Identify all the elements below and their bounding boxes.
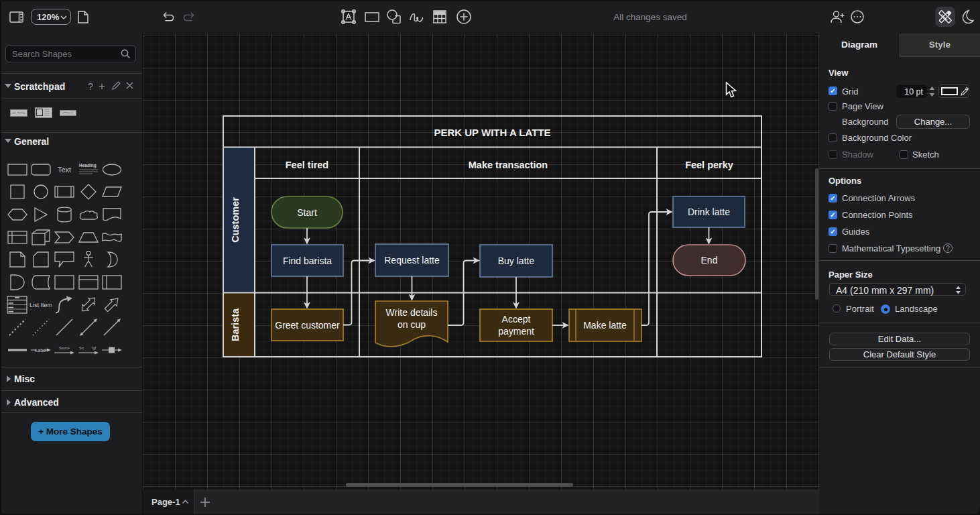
svg-text:Request latte: Request latte bbox=[384, 255, 440, 266]
svg-text:Heading: Heading bbox=[79, 163, 97, 168]
svg-text:Source: Source bbox=[59, 346, 70, 350]
svg-text:Start: Start bbox=[297, 207, 317, 218]
svg-text:Text: Text bbox=[58, 166, 71, 174]
svg-text:Find barista: Find barista bbox=[283, 255, 332, 266]
svg-text:End: End bbox=[701, 255, 718, 266]
svg-text:List Item: List Item bbox=[29, 302, 52, 308]
svg-text:Src: Src bbox=[79, 346, 84, 350]
svg-text:Accept: Accept bbox=[502, 314, 531, 325]
svg-text:Tgt: Tgt bbox=[91, 346, 97, 350]
svg-text:Make transaction: Make transaction bbox=[469, 160, 548, 170]
svg-text:Write details: Write details bbox=[386, 307, 438, 318]
svg-text:Feel tired: Feel tired bbox=[286, 160, 328, 170]
svg-text:PERK UP WITH A LATTE: PERK UP WITH A LATTE bbox=[434, 127, 550, 138]
svg-text:on cup: on cup bbox=[397, 319, 426, 330]
svg-text:Greet customer: Greet customer bbox=[275, 320, 340, 331]
svg-text:Barista: Barista bbox=[230, 308, 241, 341]
svg-text:payment: payment bbox=[498, 326, 534, 337]
svg-text:Make latte: Make latte bbox=[583, 320, 627, 331]
svg-text:Drink latte: Drink latte bbox=[688, 207, 730, 217]
svg-text:Buy latte: Buy latte bbox=[498, 255, 535, 266]
svg-text:Customer: Customer bbox=[230, 197, 241, 243]
svg-text:Feel perky: Feel perky bbox=[685, 160, 733, 170]
